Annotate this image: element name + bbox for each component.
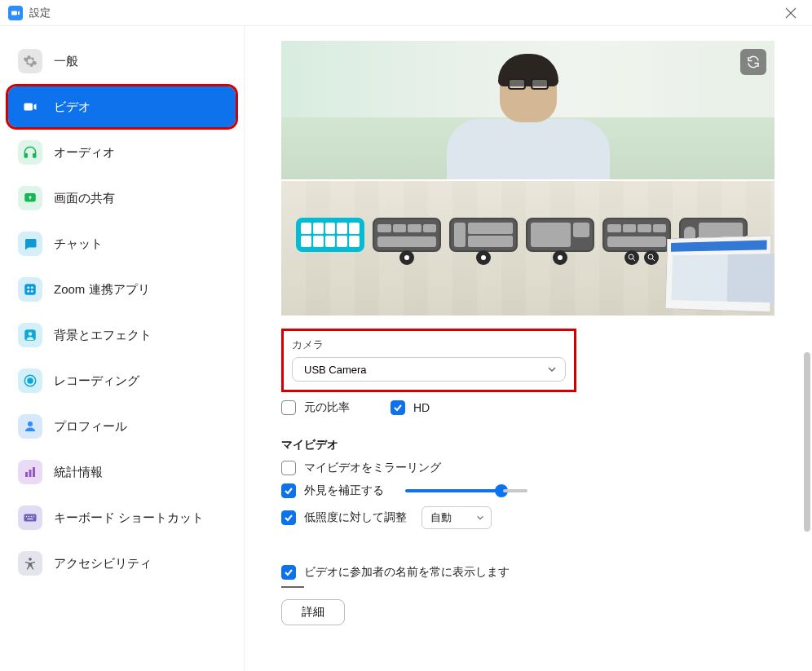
layout-badge-icon <box>476 250 491 265</box>
chevron-down-icon <box>476 514 484 522</box>
sidebar-item-label: アクセシビリティ <box>54 556 152 572</box>
sidebar-item-label: オーディオ <box>54 145 115 161</box>
sidebar-item-label: 一般 <box>54 54 78 69</box>
sidebar-item-chat[interactable]: チャット <box>8 223 236 264</box>
mirror-label: マイビデオをミラーリング <box>304 461 441 475</box>
gear-icon <box>18 49 42 73</box>
video-layout-options <box>281 181 774 316</box>
svg-rect-17 <box>26 516 28 518</box>
svg-rect-14 <box>29 470 32 477</box>
content: カメラ USB Camera 元の比率 HD <box>245 26 812 671</box>
chat-icon <box>18 232 42 256</box>
lowlight-mode-value: 自動 <box>430 510 452 525</box>
video-icon <box>18 95 42 119</box>
recording-icon <box>18 369 42 393</box>
sidebar-item-label: ビデオ <box>54 99 90 115</box>
main: 一般 ビデオ オーディオ 画面の共有 チャット <box>0 26 812 671</box>
layout-option-strip-side[interactable] <box>449 218 518 252</box>
lowlight-mode-select[interactable]: 自動 <box>421 506 492 529</box>
layout-option-gallery[interactable] <box>296 218 364 252</box>
camera-section: カメラ USB Camera 元の比率 HD <box>281 329 775 415</box>
camera-highlight-box: カメラ USB Camera <box>281 329 576 392</box>
person-silhouette <box>455 57 602 179</box>
svg-point-25 <box>558 255 563 260</box>
sidebar: 一般 ビデオ オーディオ 画面の共有 チャット <box>0 26 245 671</box>
keyboard-icon <box>18 505 42 530</box>
svg-rect-21 <box>27 519 33 520</box>
sidebar-item-recording[interactable]: レコーディング <box>8 360 236 401</box>
sidebar-item-label: 画面の共有 <box>54 191 115 206</box>
sidebar-item-label: 統計情報 <box>54 465 103 480</box>
sidebar-item-accessibility[interactable]: アクセシビリティ <box>8 543 236 584</box>
svg-rect-1 <box>33 154 36 158</box>
svg-rect-18 <box>29 516 30 518</box>
sidebar-item-label: チャット <box>54 236 103 252</box>
apps-icon <box>18 277 42 302</box>
sidebar-item-label: プロフィール <box>54 419 127 435</box>
sidebar-item-label: 背景とエフェクト <box>54 328 152 343</box>
svg-point-9 <box>29 332 33 336</box>
layout-badge-zoom-icon <box>624 250 639 265</box>
svg-rect-20 <box>33 516 35 518</box>
svg-point-22 <box>29 558 32 561</box>
camera-label: カメラ <box>292 338 566 352</box>
headphones-icon <box>18 140 42 165</box>
rotate-camera-button[interactable] <box>740 49 766 75</box>
statistics-icon <box>18 460 42 484</box>
original-ratio-checkbox[interactable] <box>281 400 296 415</box>
svg-point-7 <box>31 290 33 293</box>
sidebar-item-background[interactable]: 背景とエフェクト <box>8 315 236 355</box>
my-video-heading: マイビデオ <box>281 438 775 452</box>
sidebar-item-audio[interactable]: オーディオ <box>8 132 236 173</box>
svg-point-11 <box>28 378 33 383</box>
camera-selected-value: USB Camera <box>304 364 367 376</box>
sidebar-item-general[interactable]: 一般 <box>8 41 236 82</box>
layout-badge-zoom-icon <box>644 250 659 265</box>
chevron-down-icon <box>547 364 557 374</box>
app-icon <box>8 6 23 20</box>
sidebar-item-label: Zoom 連携アプリ <box>54 282 150 298</box>
lowlight-label: 低照度に対して調整 <box>304 510 407 525</box>
svg-rect-3 <box>24 284 36 295</box>
sidebar-item-profile[interactable]: プロフィール <box>8 406 236 447</box>
close-button[interactable] <box>778 2 804 24</box>
lowlight-checkbox[interactable] <box>281 510 296 525</box>
share-screen-icon <box>18 186 42 210</box>
touchup-checkbox[interactable] <box>281 483 296 498</box>
svg-point-4 <box>27 286 29 289</box>
sidebar-item-video[interactable]: ビデオ <box>8 86 236 127</box>
sidebar-item-label: キーボード ショートカット <box>54 510 204 526</box>
svg-rect-19 <box>31 516 33 518</box>
svg-point-12 <box>28 422 33 426</box>
svg-point-24 <box>481 255 486 260</box>
layout-badge-icon <box>399 250 414 265</box>
layout-option-immersive-strip[interactable] <box>602 218 671 252</box>
mirror-checkbox[interactable] <box>281 461 296 475</box>
camera-select[interactable]: USB Camera <box>292 357 566 382</box>
sidebar-item-share-screen[interactable]: 画面の共有 <box>8 178 236 219</box>
layout-option-speaker-pip[interactable] <box>526 218 594 252</box>
always-show-names-checkbox[interactable] <box>281 565 296 580</box>
hd-label: HD <box>413 401 430 414</box>
sidebar-item-statistics[interactable]: 統計情報 <box>8 452 236 492</box>
sidebar-item-keyboard-shortcuts[interactable]: キーボード ショートカット <box>8 497 236 538</box>
touchup-slider[interactable] <box>405 489 503 492</box>
scrollbar[interactable] <box>804 352 810 532</box>
secondary-screen-thumbnail <box>665 235 772 312</box>
svg-rect-0 <box>24 154 27 158</box>
original-ratio-label: 元の比率 <box>304 400 350 415</box>
sidebar-item-label: レコーディング <box>54 373 139 389</box>
profile-icon <box>18 414 42 439</box>
touchup-label: 外見を補正する <box>304 483 384 498</box>
layout-option-strip-top[interactable] <box>373 218 441 252</box>
divider <box>281 586 304 588</box>
svg-point-5 <box>31 286 33 289</box>
sidebar-item-zoom-apps[interactable]: Zoom 連携アプリ <box>8 269 236 310</box>
camera-preview <box>281 41 774 179</box>
titlebar: 設定 <box>0 0 812 26</box>
layout-badge-icon <box>553 250 567 265</box>
advanced-button[interactable]: 詳細 <box>281 599 345 625</box>
window-title: 設定 <box>29 6 51 20</box>
hd-checkbox[interactable] <box>391 400 405 415</box>
accessibility-icon <box>18 551 42 576</box>
